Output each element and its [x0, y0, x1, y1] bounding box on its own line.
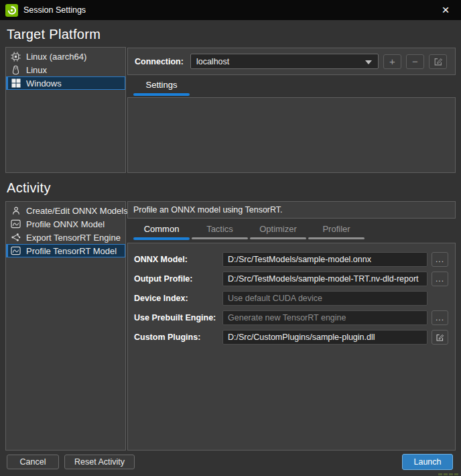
tab-underline — [133, 93, 190, 96]
platform-item-label: Linux (aarch64) — [26, 52, 86, 62]
platform-item-label: Windows — [26, 78, 62, 88]
title-bar: Session Settings × — [0, 0, 461, 20]
target-platform-heading: Target Platform — [7, 27, 101, 42]
connection-value: localhost — [196, 57, 229, 66]
tab-underline — [308, 237, 365, 239]
onnx-model-input[interactable] — [222, 252, 427, 267]
connection-bar: Connection: localhost + − — [127, 48, 456, 75]
session-settings-dialog: Session Settings × Target Platform Linux… — [0, 0, 461, 476]
use-prebuilt-engine-browse-button[interactable]: ... — [432, 310, 448, 325]
tab-tactics[interactable]: Tactics — [192, 224, 248, 239]
connection-dropdown[interactable]: localhost — [190, 54, 379, 69]
custom-plugins-input[interactable] — [222, 330, 427, 345]
activity-item-profile-tensorrt[interactable]: Profile TensorRT Model — [6, 244, 125, 257]
activity-item-label: Profile TensorRT Model — [26, 246, 117, 256]
device-index-input[interactable] — [222, 291, 427, 306]
tab-underline — [250, 237, 306, 239]
onnx-model-browse-button[interactable]: ... — [432, 252, 448, 267]
tab-optimizer[interactable]: Optimizer — [250, 224, 306, 239]
platform-item-windows[interactable]: Windows — [6, 76, 125, 90]
activity-item-label: Create/Edit ONNX Models — [26, 206, 128, 216]
resize-grip[interactable] — [438, 473, 458, 475]
activity-item-create-edit-onnx[interactable]: Create/Edit ONNX Models — [6, 204, 125, 217]
activity-item-label: Export TensorRT Engine — [26, 233, 121, 243]
output-profile-input[interactable] — [222, 272, 427, 286]
form-row-output-profile: Output Profile: ... — [134, 272, 449, 286]
activity-item-export-tensorrt[interactable]: Export TensorRT Engine — [6, 231, 125, 244]
custom-plugins-edit-button[interactable] — [432, 330, 448, 345]
profile-chart-icon — [10, 219, 21, 229]
form-row-use-prebuilt-engine: Use Prebuilt Engine: ... — [134, 310, 449, 325]
cancel-button[interactable]: Cancel — [7, 455, 59, 469]
app-logo-icon — [5, 4, 18, 17]
device-index-label: Device Index: — [134, 294, 222, 303]
tab-underline — [133, 237, 190, 240]
add-connection-button[interactable]: + — [383, 54, 401, 69]
activity-item-profile-onnx[interactable]: Profile ONNX Model — [6, 217, 125, 231]
platform-item-linux[interactable]: Linux — [6, 63, 125, 76]
windows-icon — [10, 78, 21, 88]
reset-activity-button[interactable]: Reset Activity — [64, 455, 135, 469]
output-profile-browse-button[interactable]: ... — [432, 272, 448, 286]
activity-item-label: Profile ONNX Model — [26, 219, 105, 229]
close-button[interactable]: × — [430, 0, 461, 20]
network-icon — [10, 232, 21, 243]
tab-underline — [192, 237, 248, 239]
use-prebuilt-engine-input[interactable] — [222, 310, 427, 325]
form-row-onnx-model: ONNX Model: ... — [134, 252, 449, 267]
settings-panel — [127, 97, 456, 173]
activity-heading: Activity — [7, 180, 51, 196]
output-profile-label: Output Profile: — [134, 274, 222, 284]
custom-plugins-label: Custom Plugins: — [134, 333, 222, 342]
tab-profiler[interactable]: Profiler — [308, 224, 365, 239]
platform-item-label: Linux — [26, 65, 47, 75]
launch-button[interactable]: Launch — [402, 454, 453, 470]
tab-settings[interactable]: Settings — [133, 80, 190, 96]
window-title: Session Settings — [23, 5, 86, 15]
onnx-model-label: ONNX Model: — [134, 255, 222, 264]
person-icon — [10, 205, 21, 216]
edit-connection-button[interactable] — [429, 54, 447, 69]
platform-list: Linux (aarch64) Linux — [5, 47, 126, 173]
profile-chart-icon — [10, 245, 21, 256]
use-prebuilt-engine-label: Use Prebuilt Engine: — [134, 313, 222, 322]
tab-common[interactable]: Common — [133, 224, 190, 240]
form-row-device-index: Device Index: — [134, 291, 449, 306]
form-row-custom-plugins: Custom Plugins: — [134, 330, 449, 345]
remove-connection-button[interactable]: − — [406, 54, 424, 69]
platform-item-linux-aarch64[interactable]: Linux (aarch64) — [6, 50, 125, 63]
connection-label: Connection: — [135, 57, 184, 66]
chip-icon — [10, 51, 21, 62]
activity-description: Profile an ONNX model using TensorRT. — [127, 201, 456, 219]
chevron-down-icon — [365, 60, 372, 64]
activity-list: Create/Edit ONNX Models Profile ONNX Mod… — [5, 201, 126, 451]
penguin-icon — [10, 64, 21, 75]
